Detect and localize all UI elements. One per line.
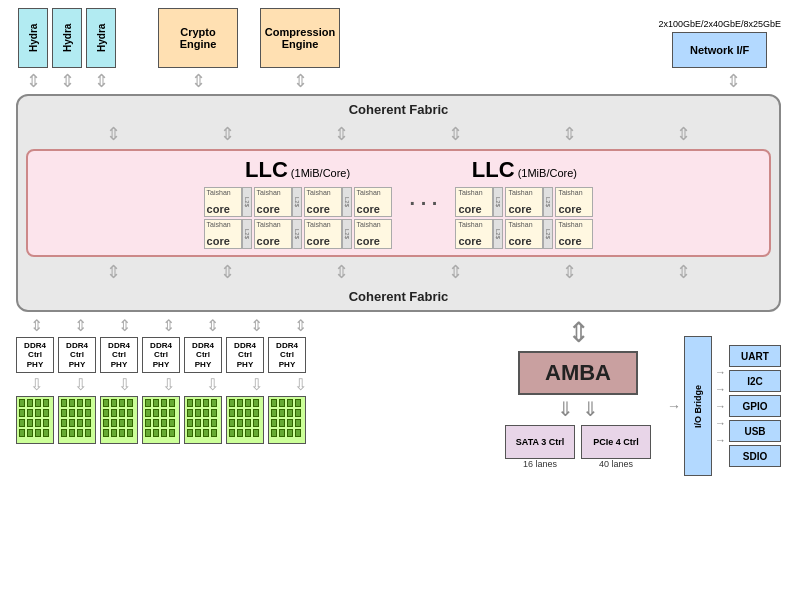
network-speeds: 2x100GbE/2x40GbE/8x25GbE: [658, 19, 781, 30]
crypto-engine: Crypto Engine: [158, 8, 238, 68]
io-arrow-1: →: [715, 366, 726, 378]
inner-arrow-3: ⇕: [334, 123, 349, 145]
llc-title-2: LLC: [472, 157, 515, 182]
amba-down-arrow-1: ⇓: [557, 397, 574, 421]
inner-arrow-bottom-2: ⇕: [220, 261, 235, 283]
inner-arrow-6: ⇕: [676, 123, 691, 145]
core-cell-5: Taishan core L2$: [204, 219, 252, 249]
hydra-arrow-1: ⇕: [18, 70, 48, 92]
llc-group-1: LLC (1MiB/Core) Taishan core L2$: [204, 157, 392, 249]
hydra-block-1: Hydra: [18, 8, 48, 68]
dimm-3: [100, 396, 138, 444]
io-arrow-2: →: [715, 383, 726, 395]
dimm-1: [16, 396, 54, 444]
inner-arrow-4: ⇕: [448, 123, 463, 145]
hydra-arrow-2: ⇕: [52, 70, 82, 92]
core-cell-4: Taishan core: [354, 187, 392, 217]
llc-sub-2: (1MiB/Core): [518, 167, 577, 179]
core-cell-6: Taishan core L2$: [254, 219, 302, 249]
network-group: 2x100GbE/2x40GbE/8x25GbE Network I/F: [658, 19, 781, 68]
network-arrow: ⇕: [686, 70, 781, 92]
core-cell-10: Taishan core L2$: [505, 187, 553, 217]
peripherals-group: UART I2C GPIO USB SDIO: [729, 345, 781, 467]
core-cell-12: Taishan core L2$: [455, 219, 503, 249]
io-arrow-3: →: [715, 400, 726, 412]
compression-engine: Compression Engine: [260, 8, 340, 68]
inner-arrow-1: ⇕: [106, 123, 121, 145]
core-cell-14: Taishan core: [555, 219, 593, 249]
crypto-arrow: ⇕: [158, 70, 238, 92]
amba-section: ⇕ AMBA ⇓ ⇓ SATA 3 Ctrl 16 lanes PCIe 4 C…: [493, 316, 663, 469]
amba-io-arrow: →: [667, 398, 681, 414]
io-bridge: I/O Bridge: [684, 336, 712, 476]
core-cell-1: Taishan core L2$: [204, 187, 252, 217]
ddr-down-arrow-3: ⇩: [104, 375, 144, 394]
ddr-arrow-3: ⇕: [104, 316, 144, 335]
io-arrow-4: →: [715, 417, 726, 429]
amba-top-arrow: ⇕: [567, 316, 590, 349]
core-cell-9: Taishan core L2$: [455, 187, 503, 217]
pcie-ctrl: PCIe 4 Ctrl: [581, 425, 651, 459]
ddr-down-arrow-6: ⇩: [236, 375, 276, 394]
peripheral-usb: USB: [729, 420, 781, 442]
core-cell-8: Taishan core: [354, 219, 392, 249]
ddr-down-arrow-5: ⇩: [192, 375, 232, 394]
inner-arrow-bottom-3: ⇕: [334, 261, 349, 283]
coherent-fabric-bottom-label: Coherent Fabric: [26, 289, 771, 304]
inner-arrow-bottom-5: ⇕: [562, 261, 577, 283]
ddr-ctrl-6: DDR4CtrlPHY: [226, 337, 264, 373]
ddr-down-arrow-1: ⇩: [16, 375, 56, 394]
hydra-block-3: Hydra: [86, 8, 116, 68]
compression-arrow: ⇕: [260, 70, 340, 92]
ddr-ctrl-2: DDR4CtrlPHY: [58, 337, 96, 373]
diagram: Hydra Hydra Hydra Crypto Engine Compress…: [0, 0, 797, 603]
dimm-5: [184, 396, 222, 444]
llc-group-2: LLC (1MiB/Core) Taishan core L2$: [455, 157, 593, 249]
dots-separator: · · ·: [402, 192, 446, 215]
inner-arrow-bottom-1: ⇕: [106, 261, 121, 283]
llc-sub-1: (1MiB/Core): [291, 167, 350, 179]
core-cell-11: Taishan core: [555, 187, 593, 217]
coherent-fabric-top-label: Coherent Fabric: [26, 102, 771, 117]
ddr-ctrl-4: DDR4CtrlPHY: [142, 337, 180, 373]
inner-arrow-2: ⇕: [220, 123, 235, 145]
dimm-4: [142, 396, 180, 444]
amba-down-arrow-2: ⇓: [582, 397, 599, 421]
io-section: → I/O Bridge → → → → → UART I2C GPIO USB…: [667, 336, 781, 476]
hydra-block-2: Hydra: [52, 8, 82, 68]
core-cell-2: Taishan core L2$: [254, 187, 302, 217]
peripheral-i2c: I2C: [729, 370, 781, 392]
llc-title-1: LLC: [245, 157, 288, 182]
ddr-down-arrow-7: ⇩: [280, 375, 320, 394]
peripheral-gpio: GPIO: [729, 395, 781, 417]
ddr-ctrl-1: DDR4CtrlPHY: [16, 337, 54, 373]
io-arrow-5: →: [715, 434, 726, 446]
ddr-arrow-7: ⇕: [280, 316, 320, 335]
amba-block: AMBA: [518, 351, 638, 395]
core-cell-13: Taishan core L2$: [505, 219, 553, 249]
crypto-engine-container: Crypto Engine: [158, 8, 238, 68]
hydra-arrow-3: ⇕: [86, 70, 116, 92]
ddr-arrow-4: ⇕: [148, 316, 188, 335]
coherent-outer-box: Coherent Fabric ⇕ ⇕ ⇕ ⇕ ⇕ ⇕ LLC (1MiB/Co…: [16, 94, 781, 312]
ddr-arrow-1: ⇕: [16, 316, 56, 335]
inner-arrow-bottom-6: ⇕: [676, 261, 691, 283]
core-cell-7: Taishan core L2$: [304, 219, 352, 249]
sata-ctrl: SATA 3 Ctrl: [505, 425, 575, 459]
dimm-2: [58, 396, 96, 444]
core-cell-3: Taishan core L2$: [304, 187, 352, 217]
ddr-ctrl-3: DDR4CtrlPHY: [100, 337, 138, 373]
ddr-ctrl-5: DDR4CtrlPHY: [184, 337, 222, 373]
peripheral-uart: UART: [729, 345, 781, 367]
inner-arrow-bottom-4: ⇕: [448, 261, 463, 283]
peripheral-sdio: SDIO: [729, 445, 781, 467]
ddr-arrow-5: ⇕: [192, 316, 232, 335]
ddr-ctrl-7: DDR4CtrlPHY: [268, 337, 306, 373]
hydra-group: Hydra Hydra Hydra: [18, 8, 116, 68]
sata-lanes: 16 lanes: [523, 459, 557, 469]
llc-area: LLC (1MiB/Core) Taishan core L2$: [26, 149, 771, 257]
dimm-7: [268, 396, 306, 444]
ddr-down-arrow-4: ⇩: [148, 375, 188, 394]
dimm-6: [226, 396, 264, 444]
ddr-section: ⇕ ⇕ ⇕ ⇕ ⇕ ⇕ ⇕ DDR4CtrlPHY DDR4CtrlPHY DD…: [16, 316, 489, 444]
